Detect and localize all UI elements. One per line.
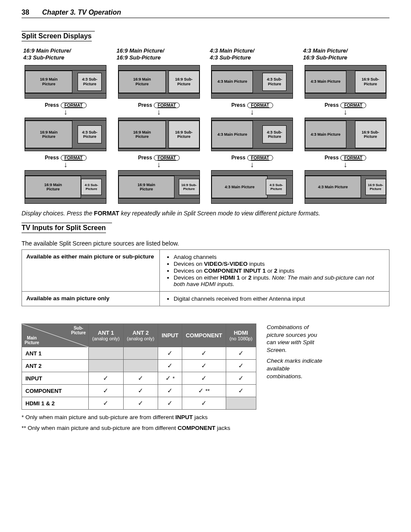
matrix-cell: [182, 372, 226, 385]
check-icon: [238, 375, 244, 382]
matrix-cell: [158, 360, 182, 372]
diagram: 16:9 Main Picture16:9 Sub- Picture: [118, 65, 200, 99]
matrix-cell: **: [182, 385, 226, 397]
diagram: 4:3 Main Picture16:9 Sub- Picture: [305, 118, 386, 151]
col-header: ANT 1(analog only): [89, 324, 124, 347]
diagram: 16:9 Main Picture4:3 Sub- Picture: [25, 118, 106, 151]
press-label: PressFORMAT: [231, 155, 273, 161]
sub-pic: 4:3 Sub- Picture: [262, 73, 286, 91]
format-key-icon: FORMAT: [154, 155, 180, 161]
table-row: ANT 2: [22, 360, 256, 372]
check-icon: [201, 363, 207, 369]
table-row: INPUT *: [22, 372, 256, 385]
col-title: 16:9 Main Picture/ 4:3 Sub-Picture: [23, 47, 71, 62]
sub-pic: 16:9 Sub- Picture: [365, 179, 386, 195]
row-header: ANT 2: [22, 360, 89, 372]
check-icon: [201, 400, 207, 407]
sub-pic: 4:3 Sub- Picture: [78, 125, 102, 143]
row-content: Digital channels received from either An…: [160, 292, 389, 306]
col-3: 4:3 Main Picture/ 4:3 Sub-Picture 4:3 Ma…: [208, 46, 296, 204]
press-label: PressFORMAT: [45, 155, 87, 161]
format-key-icon: FORMAT: [61, 155, 87, 161]
sub-pic: 16:9 Sub- Picture: [355, 121, 386, 148]
main-pic: 4:3 Main Picture: [212, 121, 253, 148]
page-number: 38: [22, 9, 29, 16]
matrix-cell: [123, 360, 158, 372]
matrix-cell: [158, 397, 182, 410]
compat-matrix: Sub- Picture Main Picture ANT 1(analog o…: [22, 324, 256, 410]
sub-pic: 16:9 Sub- Picture: [168, 121, 199, 148]
matrix-cell: [158, 385, 182, 397]
list-item: Analog channels: [174, 254, 385, 260]
main-pic: 4:3 Main Picture: [305, 121, 346, 148]
diagram: 16:9 Main Picture16:9 Sub- Picture: [118, 118, 200, 151]
col-header: ANT 2(analog only): [123, 324, 158, 347]
matrix-cell: [226, 385, 256, 397]
matrix-cell: [123, 385, 158, 397]
list-item: Devices on either HDMI 1 or 2 inputs. No…: [174, 274, 385, 287]
matrix-cell: [182, 360, 226, 372]
main-pic: 16:9 Main Picture: [118, 71, 166, 93]
arrow-down-icon: ↓: [157, 162, 161, 168]
diagram-caption: Display choices. Press the FORMAT key re…: [22, 210, 389, 217]
check-icon: [238, 363, 244, 369]
check-icon: [138, 388, 143, 394]
matrix-cell: [123, 397, 158, 410]
table-row: Available as either main picture or sub-…: [22, 250, 389, 292]
press-label: PressFORMAT: [45, 102, 87, 108]
press-label: PressFORMAT: [231, 102, 273, 108]
row-header: INPUT: [22, 372, 89, 385]
list-item: Devices on COMPONENT INPUT 1 or 2 inputs: [174, 268, 385, 274]
row-header: ANT 1: [22, 347, 89, 360]
matrix-cell: [89, 347, 124, 360]
corner-cell: Sub- Picture Main Picture: [22, 324, 89, 347]
sub-pic: 16:9 Sub- Picture: [179, 179, 199, 195]
press-label: PressFORMAT: [324, 102, 366, 108]
table-row: HDMI 1 & 2: [22, 397, 256, 410]
check-icon: [201, 375, 207, 382]
check-icon: [167, 388, 173, 394]
diagram: 16:9 Main Picture4:3 Sub- Picture: [25, 65, 106, 99]
row-content: Analog channels Devices on VIDEO/S-VIDEO…: [160, 250, 389, 292]
row-label: Available as either main picture or sub-…: [22, 250, 160, 292]
format-key-icon: FORMAT: [61, 103, 87, 108]
main-pic: 16:9 Main Picture: [118, 121, 166, 148]
arrow-down-icon: ↓: [64, 162, 68, 168]
sub-pic: 4:3 Sub- Picture: [262, 125, 286, 143]
press-label: PressFORMAT: [138, 155, 180, 161]
check-icon: [198, 388, 204, 394]
main-pic: 4:3 Main Picture: [305, 176, 361, 198]
diagram: 4:3 Main Picture16:9 Sub- Picture: [305, 170, 386, 204]
check-icon: [167, 400, 173, 407]
check-icon: [138, 375, 143, 382]
col-header: HDMI(no 1080p): [226, 324, 256, 347]
main-pic: 4:3 Main Picture: [212, 176, 268, 198]
matrix-cell: [123, 372, 158, 385]
format-key-text: FORMAT: [94, 210, 119, 217]
matrix-cell: [182, 347, 226, 360]
section-title-split: Split Screen Displays: [22, 32, 92, 41]
page-header: 38 Chapter 3. TV Operation: [22, 9, 389, 18]
main-pic: 16:9 Main Picture: [25, 121, 72, 148]
press-label: PressFORMAT: [138, 102, 180, 108]
format-key-icon: FORMAT: [340, 155, 366, 161]
matrix-cell: [226, 360, 256, 372]
diagram: 4:3 Main Picture16:9 Sub- Picture: [305, 65, 386, 99]
format-key-icon: FORMAT: [154, 103, 180, 108]
list-item: Devices on VIDEO/S-VIDEO inputs: [174, 261, 385, 267]
arrow-down-icon: ↓: [343, 162, 347, 168]
arrow-down-icon: ↓: [250, 162, 254, 168]
check-icon: [165, 375, 171, 382]
inputs-table: Available as either main picture or sub-…: [22, 249, 389, 306]
main-pic: 4:3 Main Picture: [212, 71, 253, 93]
table-row: Available as main picture only Digital c…: [22, 292, 389, 306]
check-icon: [238, 388, 244, 394]
table-row: Sub- Picture Main Picture ANT 1(analog o…: [22, 324, 256, 347]
arrow-down-icon: ↓: [250, 109, 254, 115]
matrix-cell: [226, 372, 256, 385]
sub-pic: 4:3 Sub- Picture: [78, 73, 102, 91]
matrix-cell: [89, 372, 124, 385]
col-title: 4:3 Main Picture/ 16:9 Sub-Picture: [303, 47, 348, 62]
matrix-caption: Combinations of picture sources you can …: [267, 324, 327, 380]
press-label: PressFORMAT: [324, 155, 366, 161]
